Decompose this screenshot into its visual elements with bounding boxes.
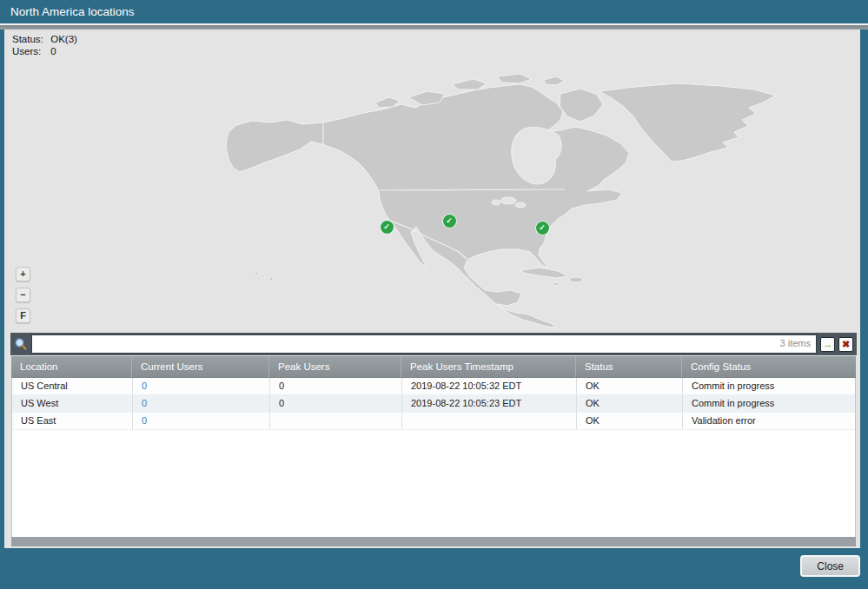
map-marker-us-central[interactable]: ✓ [443, 215, 456, 228]
table-cell [270, 413, 402, 429]
table-cell: US Central [12, 378, 133, 394]
table-cell: Commit in progress [683, 395, 857, 412]
users-label: Users: [12, 45, 48, 57]
current-users-link[interactable]: 0 [133, 395, 270, 412]
table-cell: OK [577, 413, 683, 429]
table-cell: Validation error [683, 413, 857, 429]
search-icon [14, 337, 28, 351]
map-marker-us-west[interactable]: ✓ [381, 221, 394, 234]
clear-filter-button[interactable]: ✖ [838, 337, 853, 352]
check-icon: ✓ [539, 224, 546, 232]
table-row[interactable]: US West002019-08-22 10:05:23 EDTOKCommit… [12, 395, 855, 413]
status-value: OK(3) [50, 34, 77, 44]
filter-bar: 3 items → ✖ [10, 333, 857, 355]
current-users-link[interactable]: 0 [133, 378, 270, 394]
column-header-peak-users[interactable]: Peak Users [269, 356, 401, 377]
table-cell: 0 [270, 378, 402, 394]
locations-dialog: North America locations ? Status: OK(3) … [0, 0, 868, 589]
column-header-location[interactable]: Location [11, 356, 132, 377]
column-header-peak-users-timestamp[interactable]: Peak Users Timestamp [401, 356, 576, 377]
table-cell: US West [12, 395, 133, 412]
status-line: Status: OK(3) [12, 33, 77, 45]
table-cell: OK [577, 378, 683, 394]
status-label: Status: [12, 33, 48, 45]
dialog-left-border [0, 23, 4, 548]
table-cell: 2019-08-22 10:05:23 EDT [402, 395, 577, 412]
table-row[interactable]: US East0OKValidation error [12, 413, 855, 430]
close-button[interactable]: Close [800, 555, 860, 577]
zoom-out-button[interactable]: − [16, 288, 30, 302]
dialog-right-border [860, 23, 868, 548]
items-count: 3 items [780, 335, 811, 352]
zoom-in-button[interactable]: + [16, 267, 30, 281]
dialog-title: North America locations [10, 5, 135, 18]
filter-input[interactable] [32, 335, 816, 353]
column-header-status[interactable]: Status [576, 356, 682, 377]
check-icon: ✓ [383, 223, 390, 231]
status-summary: Status: OK(3) Users: 0 [12, 33, 77, 57]
footer-bar: Close [0, 548, 868, 589]
current-users-link[interactable]: 0 [133, 413, 270, 429]
titlebar-shadow-strip [0, 25, 868, 30]
check-icon: ✓ [446, 217, 453, 225]
table-cell: Commit in progress [683, 378, 857, 394]
column-header-current-users[interactable]: Current Users [132, 356, 269, 377]
title-bar: North America locations [0, 0, 868, 23]
apply-filter-button[interactable]: → [820, 337, 835, 352]
table-cell [402, 413, 577, 429]
table-cell: 2019-08-22 10:05:32 EDT [402, 378, 577, 394]
table-cell: US East [12, 413, 133, 429]
mainland-shape [226, 84, 629, 328]
fit-view-button[interactable]: F [16, 308, 30, 323]
table-row[interactable]: US Central002019-08-22 10:05:32 EDTOKCom… [12, 378, 855, 395]
table-cell: 0 [270, 395, 402, 412]
table-header: LocationCurrent UsersPeak UsersPeak User… [11, 356, 856, 378]
column-header-config-status[interactable]: Config Status [682, 356, 856, 377]
horizontal-scrollbar[interactable] [11, 537, 856, 546]
table-cell: OK [577, 395, 683, 412]
table-body: US Central002019-08-22 10:05:32 EDTOKCom… [11, 378, 856, 537]
users-value: 0 [50, 46, 56, 56]
filter-field: 3 items [31, 334, 817, 354]
users-line: Users: 0 [12, 45, 77, 57]
map-marker-us-east[interactable]: ✓ [536, 222, 549, 235]
